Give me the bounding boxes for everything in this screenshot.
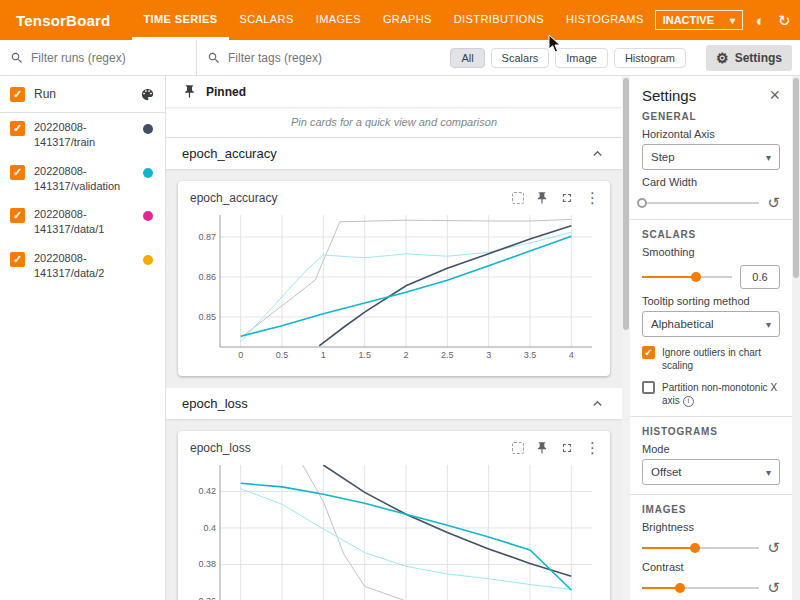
run-row-data-2: ✓ 20220808-141317/data/2 bbox=[0, 244, 165, 288]
horizontal-axis-label: Horizontal Axis bbox=[642, 128, 780, 140]
run-checkbox[interactable]: ✓ bbox=[10, 252, 25, 267]
reset-icon[interactable]: ↺ bbox=[767, 540, 780, 555]
tab-scalars[interactable]: SCALARS bbox=[229, 0, 305, 40]
section-title: epoch_loss bbox=[182, 396, 248, 411]
close-icon[interactable]: × bbox=[769, 86, 780, 104]
card-width-label: Card Width bbox=[642, 176, 780, 188]
main-scrollbar[interactable] bbox=[622, 76, 630, 600]
main-nav: TIME SERIES SCALARS IMAGES GRAPHS DISTRI… bbox=[132, 0, 654, 40]
svg-text:1.5: 1.5 bbox=[358, 350, 371, 360]
partition-x-axis-label: Partition non-monotonic X axisi bbox=[662, 380, 780, 407]
filter-runs-container bbox=[0, 40, 197, 75]
section-epoch-loss[interactable]: epoch_loss bbox=[166, 388, 622, 419]
card-actions: ⋮ bbox=[512, 189, 600, 207]
filter-runs-input[interactable] bbox=[31, 51, 186, 65]
partition-x-axis-checkbox[interactable] bbox=[642, 381, 655, 394]
contrast-label: Contrast bbox=[642, 561, 780, 573]
tooltip-sorting-select[interactable]: Alphabetical ▾ bbox=[642, 311, 780, 337]
tab-distributions[interactable]: DISTRIBUTIONS bbox=[443, 0, 555, 40]
run-row-data-1: ✓ 20220808-141317/data/1 bbox=[0, 200, 165, 244]
gear-icon: ⚙ bbox=[716, 50, 729, 66]
smoothing-slider[interactable] bbox=[642, 271, 732, 283]
tab-graphs[interactable]: GRAPHS bbox=[372, 0, 443, 40]
chevron-up-icon[interactable] bbox=[589, 145, 606, 162]
chevron-down-icon: ▾ bbox=[766, 319, 771, 330]
tensorboard-app: TensorBoard TIME SERIES SCALARS IMAGES G… bbox=[0, 0, 800, 600]
svg-text:3: 3 bbox=[486, 350, 491, 360]
chip-histogram[interactable]: Histogram bbox=[614, 48, 686, 68]
slider-thumb[interactable] bbox=[675, 583, 685, 593]
section-epoch-accuracy[interactable]: epoch_accuracy bbox=[166, 138, 622, 169]
run-color-dot[interactable] bbox=[143, 255, 153, 265]
tab-images[interactable]: IMAGES bbox=[305, 0, 372, 40]
tooltip-sorting-label: Tooltip sorting method bbox=[642, 295, 780, 307]
chevron-up-icon[interactable] bbox=[589, 395, 606, 412]
reset-icon[interactable]: ↺ bbox=[767, 195, 780, 210]
tab-time-series[interactable]: TIME SERIES bbox=[132, 0, 228, 40]
histogram-mode-select[interactable]: Offset ▾ bbox=[642, 459, 780, 485]
palette-icon[interactable] bbox=[140, 87, 155, 102]
data-selection-icon[interactable] bbox=[512, 442, 524, 454]
cards-main-area: Pinned Pin cards for a quick view and co… bbox=[166, 76, 622, 600]
reset-icon[interactable]: ↺ bbox=[767, 580, 780, 595]
chip-scalars[interactable]: Scalars bbox=[491, 48, 550, 68]
epoch-accuracy-chart[interactable]: 00.511.522.533.540.850.860.87 bbox=[186, 209, 602, 368]
divider bbox=[630, 219, 792, 220]
fullscreen-icon[interactable] bbox=[560, 441, 574, 455]
reload-status-value: INACTIVE bbox=[663, 14, 714, 26]
run-row-train: ✓ 20220808-141317/train bbox=[0, 113, 165, 157]
filter-tags-input[interactable] bbox=[228, 51, 443, 65]
runs-header-row: ✓ Run bbox=[0, 76, 165, 113]
settings-scrollbar[interactable] bbox=[792, 76, 800, 600]
contrast-slider[interactable] bbox=[642, 582, 759, 594]
theme-toggle-icon[interactable]: ◐ bbox=[756, 13, 765, 28]
scalars-heading: SCALARS bbox=[642, 229, 780, 240]
slider-thumb[interactable] bbox=[690, 543, 700, 553]
more-options-icon[interactable]: ⋮ bbox=[585, 439, 600, 457]
partition-x-axis-row: Partition non-monotonic X axisi bbox=[642, 380, 780, 407]
slider-thumb[interactable] bbox=[691, 272, 701, 282]
svg-text:0.85: 0.85 bbox=[198, 312, 216, 322]
run-checkbox[interactable]: ✓ bbox=[10, 208, 25, 223]
run-label: 20220808-141317/data/1 bbox=[34, 207, 134, 237]
data-selection-icon[interactable] bbox=[512, 192, 524, 204]
chip-image[interactable]: Image bbox=[555, 48, 608, 68]
pinned-title: Pinned bbox=[206, 85, 246, 99]
histogram-mode-value: Offset bbox=[651, 466, 681, 478]
search-icon bbox=[207, 51, 221, 65]
images-heading: IMAGES bbox=[642, 504, 780, 515]
run-checkbox[interactable]: ✓ bbox=[10, 121, 25, 136]
pin-icon[interactable] bbox=[535, 441, 549, 455]
reload-status-select[interactable]: INACTIVE ▾ bbox=[655, 10, 743, 30]
more-options-icon[interactable]: ⋮ bbox=[585, 189, 600, 207]
header-actions: INACTIVE ▾ ◐ ↻ ⚙ ? bbox=[655, 10, 800, 30]
refresh-icon[interactable]: ↻ bbox=[778, 13, 791, 28]
contrast-control: ↺ bbox=[642, 580, 780, 595]
tag-filter-chips: All Scalars Image Histogram bbox=[450, 48, 686, 68]
brightness-slider[interactable] bbox=[642, 542, 759, 554]
run-color-dot[interactable] bbox=[143, 211, 153, 221]
run-color-dot[interactable] bbox=[143, 124, 153, 134]
settings-panel-title: Settings bbox=[642, 87, 696, 104]
chip-all[interactable]: All bbox=[450, 48, 484, 68]
app-header: TensorBoard TIME SERIES SCALARS IMAGES G… bbox=[0, 0, 800, 40]
info-icon[interactable]: i bbox=[683, 396, 694, 407]
slider-thumb[interactable] bbox=[637, 198, 647, 208]
epoch-loss-chart[interactable]: 00.511.522.533.540.360.380.40.42 bbox=[186, 459, 602, 600]
chevron-down-icon: ▾ bbox=[766, 152, 771, 163]
smoothing-value-input[interactable] bbox=[740, 265, 780, 289]
run-color-dot[interactable] bbox=[143, 168, 153, 178]
tab-histograms[interactable]: HISTOGRAMS bbox=[555, 0, 655, 40]
pin-icon[interactable] bbox=[535, 191, 549, 205]
settings-scrollbar-thumb[interactable] bbox=[793, 78, 799, 278]
ignore-outliers-checkbox[interactable]: ✓ bbox=[642, 346, 655, 359]
select-all-runs-checkbox[interactable]: ✓ bbox=[10, 87, 25, 102]
horizontal-axis-select[interactable]: Step ▾ bbox=[642, 144, 780, 170]
card-width-slider[interactable] bbox=[642, 197, 759, 209]
run-checkbox[interactable]: ✓ bbox=[10, 165, 25, 180]
card-width-control: ↺ bbox=[642, 195, 780, 210]
settings-button[interactable]: ⚙ Settings bbox=[706, 45, 792, 71]
tooltip-sorting-value: Alphabetical bbox=[651, 318, 714, 330]
fullscreen-icon[interactable] bbox=[560, 191, 574, 205]
main-scrollbar-thumb[interactable] bbox=[623, 78, 629, 330]
